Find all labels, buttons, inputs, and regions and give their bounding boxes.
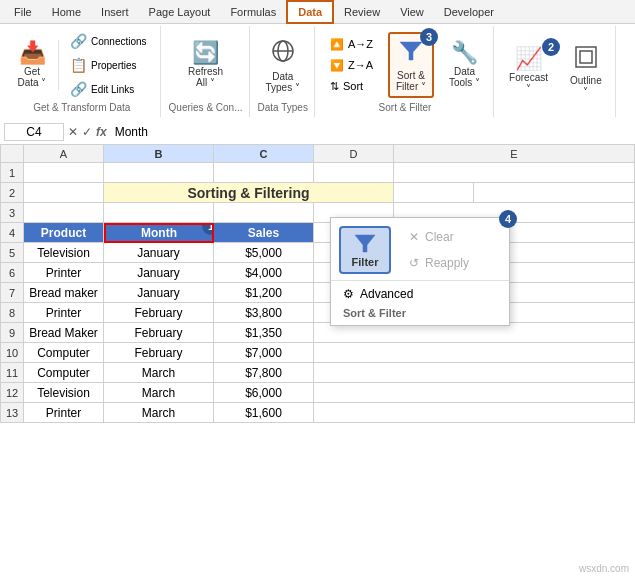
cell-d1[interactable] — [314, 163, 394, 183]
cell-b6[interactable]: Printer — [24, 263, 104, 283]
filter-active-button[interactable]: Filter 4 — [339, 226, 391, 274]
refresh-all-button[interactable]: 🔄 RefreshAll ˅ — [181, 37, 230, 93]
tab-page-layout[interactable]: Page Layout — [139, 0, 221, 23]
data-types-icon — [269, 37, 297, 69]
cell-b7[interactable]: Bread maker — [24, 283, 104, 303]
tab-file[interactable]: File — [4, 0, 42, 23]
corner-cell — [0, 145, 24, 163]
cell-c4-month[interactable]: Month 1 — [104, 223, 214, 243]
cell-d7[interactable]: $1,200 — [214, 283, 314, 303]
tab-insert[interactable]: Insert — [91, 0, 139, 23]
ribbon-tabs: File Home Insert Page Layout Formulas Da… — [0, 0, 635, 24]
data-tools-label: DataTools ˅ — [449, 66, 480, 88]
outline-button[interactable]: Outline˅ — [563, 40, 609, 102]
cell-b2-title[interactable]: Sorting & Filtering — [104, 183, 394, 203]
table-row: 8 Printer February $3,800 — [0, 303, 635, 323]
group-get-transform: 📥 GetData ˅ 🔗Connections 📋Properties 🔗Ed… — [4, 26, 161, 117]
row-header-7: 7 — [0, 283, 24, 303]
cell-d12[interactable]: $6,000 — [214, 383, 314, 403]
cell-a1[interactable] — [24, 163, 104, 183]
cell-c11[interactable]: March — [104, 363, 214, 383]
data-tools-button[interactable]: 🔧 DataTools ˅ — [442, 37, 487, 93]
tab-review[interactable]: Review — [334, 0, 390, 23]
clear-label: Clear — [425, 230, 454, 244]
cell-b8[interactable]: Printer — [24, 303, 104, 323]
advanced-button[interactable]: ⚙ Advanced — [331, 283, 509, 305]
cell-c10[interactable]: February — [104, 343, 214, 363]
cell-a2[interactable] — [24, 183, 104, 203]
formula-input[interactable] — [111, 124, 631, 140]
cell-c12[interactable]: March — [104, 383, 214, 403]
cell-e9[interactable] — [314, 323, 635, 343]
data-types-button[interactable]: DataTypes ˅ — [258, 32, 306, 98]
clear-button[interactable]: ✕ Clear — [397, 226, 481, 248]
tab-developer[interactable]: Developer — [434, 0, 504, 23]
group-data-types: DataTypes ˅ Data Types — [252, 26, 315, 117]
table-row: 12 Television March $6,000 — [0, 383, 635, 403]
properties-button[interactable]: 📋Properties — [63, 54, 154, 76]
cell-a3[interactable] — [24, 203, 104, 223]
svg-marker-6 — [355, 235, 375, 252]
cell-b3[interactable] — [104, 203, 214, 223]
table-row: 13 Printer March $1,600 — [0, 403, 635, 423]
cell-b11[interactable]: Computer — [24, 363, 104, 383]
cell-c13[interactable]: March — [104, 403, 214, 423]
cell-c6[interactable]: January — [104, 263, 214, 283]
cell-d10[interactable]: $7,000 — [214, 343, 314, 363]
cell-c3[interactable] — [214, 203, 314, 223]
row-header-2: 2 — [0, 183, 24, 203]
connections-button[interactable]: 🔗Connections — [63, 30, 154, 52]
col-header-b: B — [104, 145, 214, 163]
cell-d11[interactable]: $7,800 — [214, 363, 314, 383]
confirm-icon[interactable]: ✓ — [82, 125, 92, 139]
cell-c8[interactable]: February — [104, 303, 214, 323]
row-header-9: 9 — [0, 323, 24, 343]
cell-c9[interactable]: February — [104, 323, 214, 343]
cell-reference[interactable]: C4 — [4, 123, 64, 141]
dropdown-divider — [331, 280, 509, 281]
edit-links-button[interactable]: 🔗Edit Links — [63, 78, 154, 100]
cell-d8[interactable]: $3,800 — [214, 303, 314, 323]
fx-icon[interactable]: fx — [96, 125, 107, 139]
badge-2: 2 — [542, 38, 560, 56]
cell-b5[interactable]: Television — [24, 243, 104, 263]
cell-c1[interactable] — [214, 163, 314, 183]
cell-d13[interactable]: $1,600 — [214, 403, 314, 423]
cell-d9[interactable]: $1,350 — [214, 323, 314, 343]
cell-b9[interactable]: Bread Maker — [24, 323, 104, 343]
sort-filter-button[interactable]: Sort &Filter ˅ 3 — [388, 32, 434, 98]
cell-b12[interactable]: Television — [24, 383, 104, 403]
group-queries: 🔄 RefreshAll ˅ Queries & Con... — [163, 26, 250, 117]
cell-e11[interactable] — [314, 363, 635, 383]
tab-home[interactable]: Home — [42, 0, 91, 23]
cell-b13[interactable]: Printer — [24, 403, 104, 423]
data-tools-icon: 🔧 — [451, 42, 478, 64]
cell-d4-sales[interactable]: Sales — [214, 223, 314, 243]
cell-d2[interactable] — [394, 183, 474, 203]
cell-e12[interactable] — [314, 383, 635, 403]
cell-e10[interactable] — [314, 343, 635, 363]
tab-view[interactable]: View — [390, 0, 434, 23]
cell-b10[interactable]: Computer — [24, 343, 104, 363]
sort-za-button[interactable]: 🔽Z→A — [323, 56, 380, 75]
table-row: 1 — [0, 163, 635, 183]
outline-label: Outline˅ — [570, 75, 602, 97]
cell-e2[interactable] — [474, 183, 635, 203]
sort-button[interactable]: ⇅Sort — [323, 77, 380, 96]
reapply-button[interactable]: ↺ Reapply — [397, 252, 481, 274]
cancel-icon[interactable]: ✕ — [68, 125, 78, 139]
sort-az-button[interactable]: 🔼A→Z — [323, 35, 380, 54]
forecast-button[interactable]: 📈 Forecast˅ 2 — [502, 43, 555, 99]
cell-e13[interactable] — [314, 403, 635, 423]
tab-formulas[interactable]: Formulas — [220, 0, 286, 23]
row-header-11: 11 — [0, 363, 24, 383]
cell-c5[interactable]: January — [104, 243, 214, 263]
get-data-button[interactable]: 📥 GetData ˅ — [10, 37, 54, 93]
cell-e1[interactable] — [394, 163, 635, 183]
cell-b1[interactable] — [104, 163, 214, 183]
cell-b4-product[interactable]: Product — [24, 223, 104, 243]
cell-d5[interactable]: $5,000 — [214, 243, 314, 263]
tab-data[interactable]: Data — [286, 0, 334, 24]
cell-d6[interactable]: $4,000 — [214, 263, 314, 283]
cell-c7[interactable]: January — [104, 283, 214, 303]
